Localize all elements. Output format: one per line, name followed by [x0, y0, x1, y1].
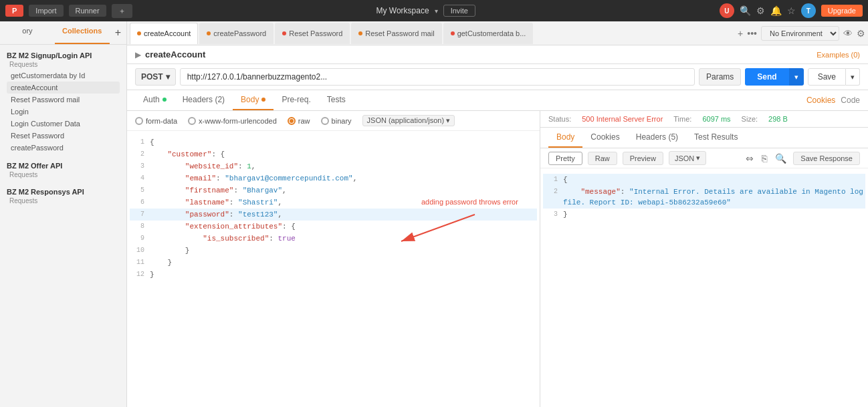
left-panel: form-data x-www-form-urlencoded raw bina…: [127, 111, 540, 407]
add-tab-button[interactable]: +: [738, 28, 743, 39]
json-type-badge[interactable]: JSON (application/json) ▾: [362, 115, 455, 126]
tab-createaccount[interactable]: createAccount: [130, 23, 198, 44]
radio-binary[interactable]: binary: [321, 117, 352, 125]
request-name: createAccount: [145, 49, 205, 59]
save-dropdown-button[interactable]: ▾: [846, 68, 860, 86]
response-toolbar: Pretty Raw Preview JSON ▾ ⇔ ⎘ 🔍 Save Res…: [540, 148, 868, 168]
params-button[interactable]: Params: [699, 68, 741, 86]
sidebar-item-login[interactable]: Login: [7, 106, 120, 118]
resp-tab-body[interactable]: Body: [548, 128, 582, 148]
sidebar-item-createaccount[interactable]: createAccount: [7, 82, 120, 94]
sidebar-add-button[interactable]: +: [110, 21, 126, 44]
subtab-headers-label: Headers (2): [183, 95, 225, 104]
response-body: 1 { 2 "message": "Internal Error. Detail…: [540, 168, 868, 407]
line-num-10: 10: [130, 245, 150, 256]
sidebar-group-responsys: BZ M2 Responsys API Requests: [0, 184, 126, 210]
size-label: Size:: [742, 115, 758, 123]
resp-line-3: 3 }: [543, 209, 865, 221]
size-value: 298 B: [768, 115, 788, 123]
subtab-tests[interactable]: Tests: [319, 90, 354, 110]
top-bar-right: U 🔍 ⚙ 🔔 ☆ T Upgrade: [720, 3, 863, 18]
sidebar-item-resetpassword[interactable]: Reset Password: [7, 130, 120, 142]
save-response-button[interactable]: Save Response: [793, 152, 860, 165]
line-content-3: "website_id": 1,: [150, 161, 537, 172]
radio-circle-formdata: [135, 117, 143, 125]
runner-button[interactable]: Runner: [69, 5, 106, 17]
subtab-auth[interactable]: Auth: [135, 90, 175, 110]
more-tabs-button[interactable]: •••: [747, 28, 757, 39]
subtab-headers[interactable]: Headers (2): [175, 90, 233, 110]
code-line-2: 2 "customer": {: [130, 148, 537, 160]
tabs-bar: createAccount createPassword Reset Passw…: [127, 21, 868, 45]
eye-icon-button[interactable]: 👁: [843, 28, 853, 39]
resp-tab-test-results[interactable]: Test Results: [686, 128, 746, 148]
upgrade-button[interactable]: Upgrade: [821, 5, 863, 17]
radio-form-data[interactable]: form-data: [135, 117, 177, 125]
time-label: Time:: [673, 115, 691, 123]
radio-label-formdata: form-data: [146, 117, 177, 125]
json-format-select[interactable]: JSON ▾: [669, 151, 706, 165]
radio-urlencoded[interactable]: x-www-form-urlencoded: [188, 117, 277, 125]
tab-createpassword[interactable]: createPassword: [199, 23, 274, 44]
resp-tab-headers[interactable]: Headers (5): [628, 128, 686, 148]
tab-dot: [207, 31, 211, 35]
subtab-prereq[interactable]: Pre-req.: [274, 90, 318, 110]
sidebar-item-resetpasswordmail[interactable]: Reset Password mail: [7, 94, 120, 106]
raw-button[interactable]: Raw: [588, 152, 617, 165]
resp-tab-cookies[interactable]: Cookies: [582, 128, 627, 148]
line-num-6: 6: [130, 197, 150, 208]
preview-button[interactable]: Preview: [623, 152, 663, 165]
sidebar-item-logincustomerdata[interactable]: Login Customer Data: [7, 118, 120, 130]
method-chevron: ▾: [166, 72, 170, 82]
pretty-button[interactable]: Pretty: [548, 152, 582, 165]
tab-collections[interactable]: Collections: [55, 21, 110, 44]
settings-icon-button[interactable]: ⚙: [857, 28, 865, 39]
bookmark-icon[interactable]: ☆: [787, 5, 796, 16]
send-dropdown-button[interactable]: ▾: [789, 68, 804, 86]
import-button[interactable]: Import: [29, 5, 63, 17]
auth-dot: [162, 98, 167, 102]
search-icon[interactable]: 🔍: [740, 5, 751, 16]
add-request-button[interactable]: ＋: [112, 4, 132, 18]
method-label: POST: [141, 72, 163, 82]
examples-link[interactable]: Examples (0): [817, 51, 860, 59]
copy-icon-button[interactable]: ⎘: [760, 152, 768, 165]
wrap-icon-button[interactable]: ⇔: [744, 152, 755, 165]
tab-dot: [451, 31, 455, 35]
main-layout: ory Collections + BZ M2 Signup/Login API…: [0, 21, 868, 407]
invite-button[interactable]: Invite: [443, 5, 475, 17]
radio-raw[interactable]: raw: [288, 117, 310, 125]
line-num-2: 2: [130, 149, 150, 160]
code-editor[interactable]: 1 { 2 "customer": { 3 "website_id": 1, 4: [127, 131, 540, 407]
code-link[interactable]: Code: [841, 96, 860, 105]
tab-dot: [358, 31, 362, 35]
sidebar-item-getcustomerdata[interactable]: getCustomerdata by Id: [7, 70, 120, 82]
code-line-9: 9 "is_subscribed": true: [130, 233, 537, 245]
search-response-icon-button[interactable]: 🔍: [774, 152, 788, 165]
code-line-5: 5 "firstname": "Bhargav",: [130, 184, 537, 196]
tab-label: Reset Password: [289, 29, 342, 37]
url-input[interactable]: [180, 68, 695, 86]
sidebar-item-createpassword[interactable]: createPassword: [7, 142, 120, 154]
save-btn-group: Save ▾: [808, 68, 860, 86]
method-select[interactable]: POST ▾: [135, 68, 176, 86]
tab-history[interactable]: ory: [0, 21, 55, 44]
settings-icon[interactable]: ⚙: [756, 5, 765, 16]
chevron-right-icon: ▶: [135, 50, 141, 59]
tab-label: createAccount: [144, 29, 191, 37]
subtab-body[interactable]: Body: [233, 90, 274, 110]
logo-button[interactable]: P: [5, 5, 23, 17]
line-content-11: }: [150, 257, 537, 268]
save-button[interactable]: Save: [808, 68, 846, 86]
code-line-7: 7 "password": "test123",: [130, 209, 537, 221]
json-type-label: JSON (application/json): [367, 116, 445, 124]
tab-getcustomerdata[interactable]: getCustomerdata b...: [443, 23, 534, 44]
cookies-link[interactable]: Cookies: [806, 96, 835, 105]
environment-select[interactable]: No Environment: [761, 26, 839, 41]
resp-line-1: 1 {: [543, 174, 865, 186]
notifications-icon[interactable]: 🔔: [770, 5, 782, 16]
tab-resetpassword[interactable]: Reset Password: [275, 23, 350, 44]
send-button[interactable]: Send: [745, 68, 788, 86]
sub-tabs: Auth Headers (2) Body Pre-req. Tests Coo…: [127, 90, 868, 111]
tab-resetpasswordmail[interactable]: Reset Password mail: [351, 23, 441, 44]
